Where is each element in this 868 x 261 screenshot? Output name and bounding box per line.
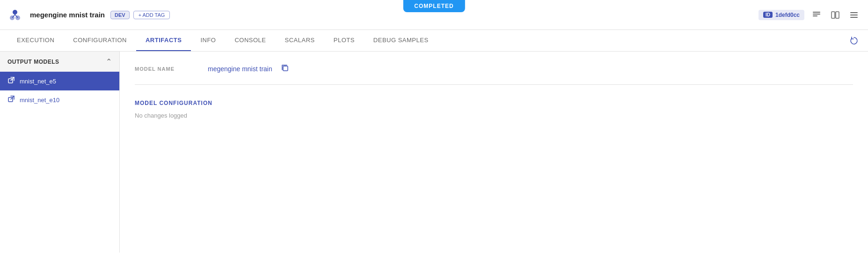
external-link-icon-active [7, 76, 15, 86]
content-area: MODEL NAME megengine mnist train MODEL C… [120, 52, 868, 253]
svg-rect-12 [850, 17, 858, 18]
model-config-title: MODEL CONFIGURATION [135, 100, 853, 106]
tab-artifacts[interactable]: ARTIFACTS [136, 30, 191, 51]
sidebar-header: OUTPUT MODELS ⌃ [0, 52, 119, 72]
svg-rect-11 [850, 15, 858, 15]
add-tag-button[interactable]: + ADD TAG [133, 11, 170, 19]
svg-rect-9 [836, 12, 839, 18]
sidebar-item-mnist-net-e5[interactable]: mnist_net_e5 [0, 72, 119, 90]
svg-rect-8 [832, 12, 835, 18]
more-menu-button[interactable] [847, 8, 861, 22]
sidebar: OUTPUT MODELS ⌃ mnist_net_e5 mni [0, 52, 120, 253]
copy-model-name-button[interactable] [280, 63, 290, 75]
add-tag-label: + ADD TAG [139, 12, 165, 18]
experiment-title: megengine mnist train [30, 11, 105, 19]
external-link-icon [7, 95, 15, 104]
tab-configuration[interactable]: CONFIGURATION [64, 30, 136, 51]
tab-right-icon [847, 34, 861, 47]
svg-rect-5 [813, 12, 820, 13]
sidebar-item-label-0: mnist_net_e5 [20, 78, 56, 85]
svg-rect-15 [283, 66, 288, 71]
id-value: 1defd0cc [775, 12, 800, 18]
no-changes-text: No changes logged [135, 112, 853, 119]
tab-execution[interactable]: EXECUTION [7, 30, 64, 51]
tab-console[interactable]: CONSOLE [225, 30, 275, 51]
sidebar-item-mnist-net-e10[interactable]: mnist_net_e10 [0, 90, 119, 109]
id-badge: ID 1defd0cc [759, 10, 804, 20]
model-name-row: MODEL NAME megengine mnist train [135, 63, 853, 85]
main-layout: OUTPUT MODELS ⌃ mnist_net_e5 mni [0, 52, 868, 253]
completed-text: COMPLETED [414, 3, 453, 9]
svg-rect-10 [850, 12, 858, 13]
model-name-label: MODEL NAME [135, 66, 200, 72]
tab-info[interactable]: INFO [191, 30, 225, 51]
header-logo [7, 7, 22, 22]
completed-banner: COMPLETED [403, 0, 465, 12]
svg-rect-7 [813, 15, 817, 16]
tab-plots[interactable]: PLOTS [324, 30, 364, 51]
header-right: ID 1defd0cc [759, 8, 861, 22]
svg-rect-6 [813, 14, 820, 15]
refresh-button[interactable] [847, 34, 861, 47]
id-label: ID [763, 12, 773, 18]
dev-tag: DEV [110, 11, 130, 19]
tab-scalars[interactable]: SCALARS [276, 30, 324, 51]
model-config-section: MODEL CONFIGURATION No changes logged [135, 100, 853, 119]
model-name-value: megengine mnist train [208, 65, 272, 73]
details-view-button[interactable] [810, 8, 823, 22]
sidebar-collapse-button[interactable]: ⌃ [106, 57, 112, 66]
nav-tabs: EXECUTION CONFIGURATION ARTIFACTS INFO C… [0, 30, 868, 52]
split-view-button[interactable] [829, 8, 842, 22]
sidebar-item-label-1: mnist_net_e10 [20, 97, 59, 104]
tab-debug-samples[interactable]: DEBUG SAMPLES [364, 30, 438, 51]
app-logo-icon [7, 7, 22, 22]
svg-point-2 [13, 10, 17, 15]
sidebar-header-label: OUTPUT MODELS [7, 59, 59, 65]
